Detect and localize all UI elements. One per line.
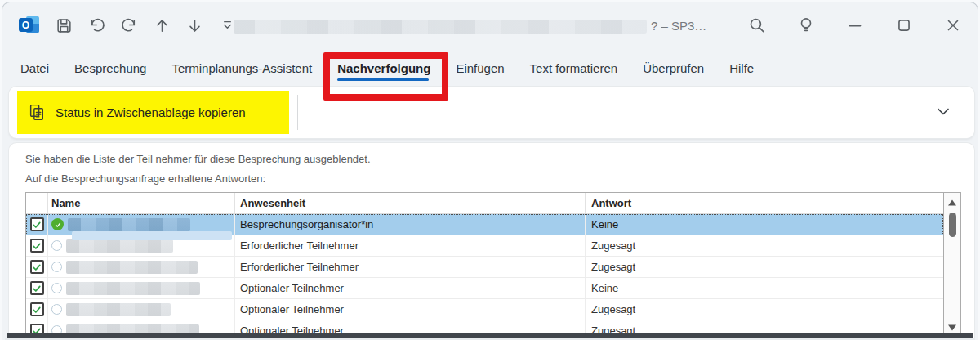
active-tab-underline xyxy=(337,78,429,81)
table-scrollbar[interactable] xyxy=(943,193,960,340)
scroll-up-icon[interactable] xyxy=(947,197,957,209)
copy-status-label: Status in Zwischenablage kopieren xyxy=(56,105,246,119)
attendee-list-hidden-notice: Sie haben die Liste der Teil nehmer für … xyxy=(25,153,371,165)
response-status-icon xyxy=(51,304,62,315)
collapse-ribbon-icon[interactable] xyxy=(935,105,953,121)
response-cell: Keine xyxy=(585,214,943,235)
redacted-name xyxy=(66,261,198,274)
maximize-button[interactable] xyxy=(894,16,914,35)
responses-received-label: Auf die Besprechungsanfrage erhaltene An… xyxy=(25,172,265,185)
response-cell: Zugesagt xyxy=(585,299,943,320)
attendance-cell: Erforderlicher Teilnehmer xyxy=(234,257,585,277)
scroll-down-icon[interactable] xyxy=(947,322,957,334)
copy-icon xyxy=(28,103,47,122)
attendee-checkbox[interactable] xyxy=(30,239,44,253)
attendance-cell: Erforderlicher Teilnehmer xyxy=(234,235,585,256)
outlook-app-icon: O xyxy=(19,16,41,35)
redacted-name xyxy=(68,218,190,231)
move-up-icon[interactable] xyxy=(152,16,172,35)
redacted-name-overflow xyxy=(72,231,232,240)
ribbon-group-divider xyxy=(297,95,298,130)
header-checkbox-column xyxy=(26,193,47,213)
table-row[interactable]: Besprechungsorganisator*in Keine xyxy=(26,214,943,235)
scrollbar-thumb[interactable] xyxy=(949,212,956,237)
tracking-pane: Sie haben die Liste der Teil nehmer für … xyxy=(9,143,974,340)
copy-status-to-clipboard-button[interactable]: Status in Zwischenablage kopieren xyxy=(17,91,289,134)
header-response[interactable]: Antwort xyxy=(585,193,943,213)
redacted-window-title xyxy=(234,20,647,34)
move-down-icon[interactable] xyxy=(185,16,204,35)
response-status-icon xyxy=(51,240,62,251)
header-name[interactable]: Name xyxy=(47,193,234,213)
attendee-checkbox[interactable] xyxy=(30,281,44,295)
tab-datei[interactable]: Datei xyxy=(20,61,49,75)
outlook-meeting-window: O ? – SP3… xyxy=(2,2,978,340)
response-cell: Zugesagt xyxy=(585,235,943,256)
save-icon[interactable] xyxy=(54,16,74,35)
tab-besprechung[interactable]: Besprechung xyxy=(74,61,146,75)
attendance-cell: Besprechungsorganisator*in xyxy=(234,214,585,235)
tab-hilfe[interactable]: Hilfe xyxy=(729,61,754,75)
titlebar: O ? – SP3… xyxy=(2,2,978,49)
response-cell: Zugesagt xyxy=(585,257,943,277)
responses-table: Name Anwesenheit Antwort Besprechungsorg… xyxy=(25,192,961,340)
ribbon-tab-bar: Datei Besprechung Terminplanungs-Assiste… xyxy=(2,50,978,87)
tab-nachverfolgung-label: Nachverfolgung xyxy=(337,61,430,75)
response-status-icon xyxy=(51,262,62,272)
redacted-name xyxy=(66,303,171,316)
attendee-checkbox[interactable] xyxy=(30,217,44,231)
redacted-name xyxy=(66,282,200,295)
table-row[interactable]: Optionaler Teilnehmer Zugesagt xyxy=(26,299,943,320)
organizer-accepted-icon xyxy=(51,218,64,230)
table-header-row: Name Anwesenheit Antwort xyxy=(26,193,943,214)
tab-terminplanungs-assistent[interactable]: Terminplanungs-Assistent xyxy=(172,61,312,75)
tab-text-formatieren[interactable]: Text formatieren xyxy=(530,61,618,75)
redacted-name xyxy=(66,239,173,253)
search-icon[interactable] xyxy=(747,16,767,35)
attendance-cell: Optionaler Teilnehmer xyxy=(234,299,585,320)
header-attendance[interactable]: Anwesenheit xyxy=(234,193,585,213)
attendee-checkbox[interactable] xyxy=(30,302,44,316)
table-row[interactable]: Erforderlicher Teilnehmer Zugesagt xyxy=(26,257,943,278)
response-cell: Keine xyxy=(585,278,943,298)
attendance-cell: Optionaler Teilnehmer xyxy=(234,278,585,298)
redo-icon[interactable] xyxy=(119,16,139,35)
tab-ueberpruefen[interactable]: Überprüfen xyxy=(643,61,704,75)
attendee-checkbox[interactable] xyxy=(30,260,44,274)
response-status-icon xyxy=(51,283,62,293)
undo-icon[interactable] xyxy=(87,16,106,35)
minimize-button[interactable] xyxy=(845,16,865,35)
window-title-suffix: ? – SP3… xyxy=(651,19,706,33)
table-row[interactable]: Optionaler Teilnehmer Keine xyxy=(26,278,943,299)
lightbulb-icon[interactable] xyxy=(796,16,816,35)
tab-einfuegen[interactable]: Einfügen xyxy=(456,61,504,75)
ribbon: Status in Zwischenablage kopieren xyxy=(9,87,974,138)
close-button[interactable] xyxy=(943,16,963,35)
tab-nachverfolgung[interactable]: Nachverfolgung xyxy=(337,61,430,75)
